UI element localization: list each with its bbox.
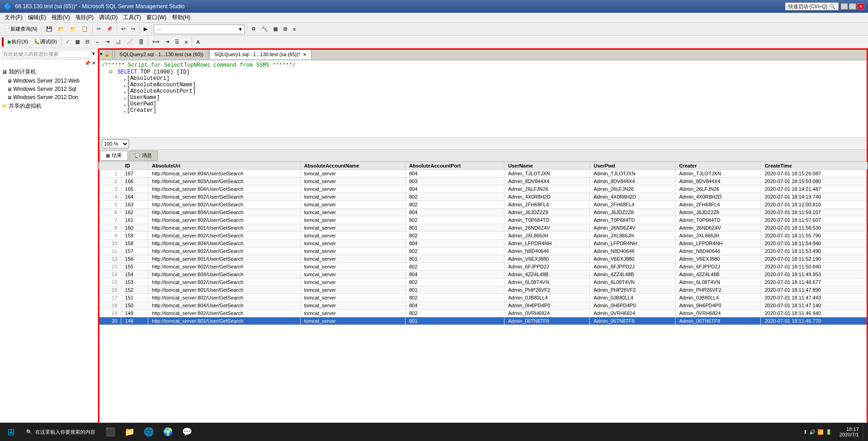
- minimize-button[interactable]: ─: [841, 3, 848, 10]
- taskbar-app-1[interactable]: ⬛: [101, 424, 120, 440]
- sidebar-item-server3[interactable]: 🖥 Windows Server 2012 Don: [0, 93, 98, 101]
- auto-hide-btn[interactable]: ▾ 🔒: [100, 51, 110, 57]
- clock[interactable]: 18:17 2020/7/1: [836, 426, 863, 437]
- menu-help[interactable]: 帮助(H): [169, 13, 193, 22]
- table-row[interactable]: 2166http://tomcat_server:803/User/GetSea…: [99, 178, 868, 185]
- tb-btn-settings[interactable]: ⚙: [249, 24, 258, 34]
- table-row[interactable]: 5163http://tomcat_server:802/User/GetSea…: [99, 201, 868, 209]
- menu-view[interactable]: 视图(V): [49, 13, 73, 22]
- maximize-button[interactable]: □: [849, 3, 856, 10]
- taskbar-app-2[interactable]: 📁: [120, 424, 139, 440]
- table-row[interactable]: 7161http://tomcat_server:802/User/GetSea…: [99, 216, 868, 224]
- result-tab-messages[interactable]: 💬 消息: [129, 151, 158, 161]
- table-row[interactable]: 12156http://tomcat_server:801/User/GetSe…: [99, 255, 868, 263]
- tb2-btn11[interactable]: ≡: [182, 37, 190, 47]
- tb2-btn10[interactable]: ☰: [172, 37, 182, 47]
- tb-btn-4[interactable]: 📋: [79, 24, 90, 34]
- tab-sqlquery2[interactable]: SQLQuery2.sql - 1...130.test (sa (60)): [114, 49, 208, 59]
- table-row[interactable]: 11157http://tomcat_server:802/User/GetSe…: [99, 247, 868, 255]
- table-row[interactable]: 9159http://tomcat_server:802/User/GetSea…: [99, 232, 868, 240]
- taskbar-app-4[interactable]: 🌍: [159, 424, 177, 440]
- col-header-id[interactable]: ID: [121, 162, 148, 170]
- quicklaunch-box[interactable]: 快速启动 (Ctrl+Q) 🔍: [785, 2, 839, 10]
- menu-debug[interactable]: 调试(D): [96, 13, 120, 22]
- tb2-btn8[interactable]: ⟺: [150, 37, 162, 47]
- tb2-btn9[interactable]: ⇥: [163, 37, 172, 47]
- col-header-creater[interactable]: Creater: [675, 162, 760, 170]
- tb2-btn1[interactable]: ▦: [73, 37, 82, 47]
- table-row[interactable]: 14154http://tomcat_server:804/User/GetSe…: [99, 271, 868, 278]
- sidebar-item-shared-vm[interactable]: 📁 共享的虚拟机: [0, 101, 98, 111]
- sidebar-search-input[interactable]: [2, 50, 90, 58]
- tb2-btn6[interactable]: 📈: [125, 37, 135, 47]
- col-header-createtime[interactable]: CreateTime: [761, 162, 868, 170]
- tb-btn-redo[interactable]: ↪: [129, 24, 137, 34]
- table-row[interactable]: 17151http://tomcat_server:802/User/GetSe…: [99, 294, 868, 302]
- query-editor[interactable]: /****** Script for SelectTopNRows comman…: [98, 60, 868, 138]
- data-grid[interactable]: ID AbsoluteUri AbsoluteAccountName Absol…: [98, 162, 868, 441]
- taskbar-search-btn[interactable]: 🔍 在这里输入你要搜索的内容: [22, 424, 99, 440]
- tb-btn-1[interactable]: 💾: [44, 24, 55, 34]
- debug-button[interactable]: 🐛 调试(D): [31, 37, 59, 47]
- execute-button[interactable]: ▶ 执行(X): [5, 37, 31, 47]
- sidebar-item-server2[interactable]: 🖥 Windows Server 2012 Sql: [0, 85, 98, 93]
- tb2-btn4[interactable]: ⇥: [103, 37, 112, 47]
- menu-tools[interactable]: 工具(T): [120, 13, 144, 22]
- col-header-absaccport[interactable]: AbsoluteAccountPort: [405, 162, 504, 170]
- tb-btn-more3[interactable]: ⊞: [281, 24, 290, 34]
- taskbar-app-5[interactable]: 💬: [178, 424, 196, 440]
- tree-item-my-computer[interactable]: 🖥 我的计算机: [0, 67, 98, 77]
- tb2-btn5[interactable]: 📊: [113, 37, 124, 47]
- tb-btn-cut[interactable]: ✂: [94, 24, 103, 34]
- start-button[interactable]: ⊞: [2, 424, 20, 440]
- tb-btn-undo[interactable]: ↩: [119, 24, 128, 34]
- check-btn[interactable]: ✓: [63, 37, 72, 47]
- tb-btn-2[interactable]: 📂: [56, 24, 67, 34]
- table-row[interactable]: 16152http://tomcat_server:801/User/GetSe…: [99, 286, 868, 294]
- table-row[interactable]: 15153http://tomcat_server:802/User/GetSe…: [99, 278, 868, 286]
- table-row[interactable]: 3165http://tomcat_server:804/User/GetSea…: [99, 185, 868, 193]
- pin-icon[interactable]: 📌: [84, 60, 91, 66]
- new-query-button[interactable]: 📄 新建查询(N): [2, 24, 40, 34]
- menu-window[interactable]: 窗口(W): [144, 13, 169, 22]
- tab-sqlquery1[interactable]: SQLQuery1.sql - 1...130.test (sa (65))* …: [209, 49, 312, 59]
- sidebar-item-server1[interactable]: 🖥 Windows Server 2012 Web: [0, 77, 98, 85]
- show-desktop-btn[interactable]: [863, 424, 866, 440]
- menu-file[interactable]: 文件(F): [2, 13, 25, 22]
- tb-btn-more2[interactable]: ▦: [271, 24, 280, 34]
- tb-btn-3[interactable]: 📁: [68, 24, 78, 34]
- connection-dropdown[interactable]: — ▼: [154, 24, 245, 34]
- tb-btn-paste[interactable]: 📌: [104, 24, 115, 34]
- close-button[interactable]: ✕: [857, 3, 864, 10]
- tb-btn-more1[interactable]: 🔨: [259, 24, 270, 34]
- table-row[interactable]: 19149http://tomcat_server:802/User/GetSe…: [99, 310, 868, 317]
- taskbar-app-3[interactable]: 🌐: [140, 424, 158, 440]
- col-header-absaccname[interactable]: AbsoluteAccountName: [300, 162, 405, 170]
- table-row[interactable]: 8160http://tomcat_server:801/User/GetSea…: [99, 224, 868, 232]
- tb2-btn2[interactable]: ⊟: [83, 37, 92, 47]
- table-cell: 159: [121, 232, 148, 240]
- table-row[interactable]: 20148http://tomcat_server:801/User/GetSe…: [99, 317, 868, 325]
- table-row[interactable]: 6162http://tomcat_server:804/User/GetSea…: [99, 209, 868, 216]
- tb2-btn12[interactable]: A: [194, 37, 202, 47]
- tb-btn-more4[interactable]: ≡: [291, 24, 298, 34]
- menu-project[interactable]: 项目(P): [73, 13, 96, 22]
- table-row[interactable]: 13155http://tomcat_server:802/User/GetSe…: [99, 263, 868, 271]
- result-tab-results[interactable]: ▦ 结果: [100, 151, 128, 161]
- col-header-username[interactable]: UserName: [504, 162, 589, 170]
- tb-btn-run[interactable]: ▶: [141, 24, 150, 34]
- table-row[interactable]: 18150http://tomcat_server:804/User/GetSe…: [99, 302, 868, 310]
- tb2-btn3[interactable]: ↔: [93, 37, 102, 47]
- table-row[interactable]: 1167http://tomcat_server:804/User/GetSea…: [99, 170, 868, 178]
- close-panel-icon[interactable]: ✕: [92, 60, 96, 66]
- col-header-userpwd[interactable]: UserPwd: [590, 162, 675, 170]
- col-header-absuri[interactable]: AbsoluteUri: [148, 162, 301, 170]
- zoom-select[interactable]: 100 %: [102, 139, 129, 148]
- tab-close-button[interactable]: ✕: [303, 52, 307, 57]
- table-row[interactable]: 4164http://tomcat_server:802/User/GetSea…: [99, 193, 868, 201]
- tb2-btn7[interactable]: 🗄: [136, 37, 146, 47]
- menu-edit[interactable]: 编辑(E): [25, 13, 49, 22]
- table-cell: http://tomcat_server:801/User/GetSearch: [148, 255, 301, 263]
- table-row[interactable]: 10158http://tomcat_server:804/User/GetSe…: [99, 240, 868, 247]
- notification-area[interactable]: ⬆ 🔊 📶 🔋: [800, 429, 836, 435]
